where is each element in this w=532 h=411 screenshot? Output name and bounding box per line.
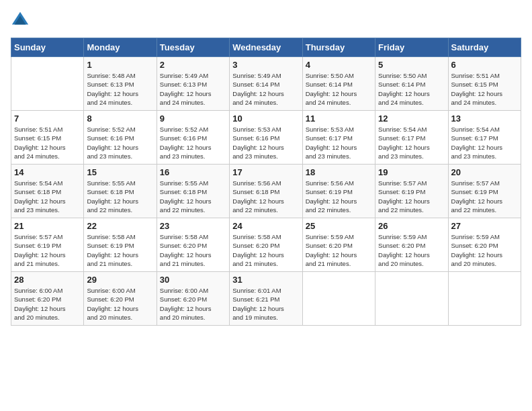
cell-info: Sunrise: 5:49 AM Sunset: 6:14 PM Dayligh…	[232, 71, 299, 107]
day-number: 4	[306, 60, 372, 70]
page-header	[11, 11, 521, 30]
calendar-cell: 29Sunrise: 6:00 AM Sunset: 6:20 PM Dayli…	[84, 272, 157, 326]
cell-info: Sunrise: 6:01 AM Sunset: 6:21 PM Dayligh…	[232, 286, 299, 322]
calendar-week-row: 14Sunrise: 5:54 AM Sunset: 6:18 PM Dayli…	[11, 165, 521, 218]
calendar-cell: 21Sunrise: 5:57 AM Sunset: 6:19 PM Dayli…	[11, 218, 84, 272]
day-number: 12	[378, 113, 445, 124]
calendar-cell: 19Sunrise: 5:57 AM Sunset: 6:19 PM Dayli…	[375, 165, 448, 218]
day-number: 14	[14, 167, 81, 177]
calendar-cell: 2Sunrise: 5:49 AM Sunset: 6:13 PM Daylig…	[157, 57, 229, 111]
calendar-week-row: 1Sunrise: 5:48 AM Sunset: 6:13 PM Daylig…	[11, 57, 521, 111]
cell-info: Sunrise: 6:00 AM Sunset: 6:20 PM Dayligh…	[160, 286, 226, 322]
cell-info: Sunrise: 5:58 AM Sunset: 6:19 PM Dayligh…	[87, 232, 153, 268]
calendar-cell: 18Sunrise: 5:56 AM Sunset: 6:19 PM Dayli…	[302, 165, 375, 218]
calendar-cell: 28Sunrise: 6:00 AM Sunset: 6:20 PM Dayli…	[11, 272, 84, 326]
cell-info: Sunrise: 5:53 AM Sunset: 6:16 PM Dayligh…	[232, 125, 299, 161]
calendar-cell: 25Sunrise: 5:59 AM Sunset: 6:20 PM Dayli…	[302, 218, 375, 272]
day-number: 28	[14, 275, 81, 285]
day-number: 16	[160, 167, 226, 177]
day-number: 29	[87, 275, 153, 285]
calendar-cell: 24Sunrise: 5:58 AM Sunset: 6:20 PM Dayli…	[230, 218, 302, 272]
calendar-cell: 8Sunrise: 5:52 AM Sunset: 6:16 PM Daylig…	[84, 111, 157, 165]
calendar-week-row: 28Sunrise: 6:00 AM Sunset: 6:20 PM Dayli…	[11, 272, 521, 326]
calendar-cell	[448, 272, 521, 326]
day-number: 18	[306, 167, 372, 177]
calendar-cell: 14Sunrise: 5:54 AM Sunset: 6:18 PM Dayli…	[11, 165, 84, 218]
cell-info: Sunrise: 5:52 AM Sunset: 6:16 PM Dayligh…	[160, 125, 226, 161]
calendar-cell: 31Sunrise: 6:01 AM Sunset: 6:21 PM Dayli…	[230, 272, 302, 326]
cell-info: Sunrise: 5:54 AM Sunset: 6:17 PM Dayligh…	[378, 125, 445, 161]
day-number: 21	[14, 221, 81, 231]
cell-info: Sunrise: 5:51 AM Sunset: 6:15 PM Dayligh…	[451, 71, 518, 107]
day-number: 11	[306, 113, 372, 124]
calendar-cell	[302, 272, 375, 326]
calendar-cell: 12Sunrise: 5:54 AM Sunset: 6:17 PM Dayli…	[375, 111, 448, 165]
cell-info: Sunrise: 5:56 AM Sunset: 6:19 PM Dayligh…	[306, 179, 372, 214]
calendar-cell	[11, 57, 84, 111]
calendar-cell: 3Sunrise: 5:49 AM Sunset: 6:14 PM Daylig…	[230, 57, 302, 111]
day-number: 10	[232, 113, 299, 124]
cell-info: Sunrise: 5:57 AM Sunset: 6:19 PM Dayligh…	[451, 179, 518, 214]
day-number: 5	[378, 60, 445, 70]
calendar-cell	[375, 272, 448, 326]
calendar-cell: 11Sunrise: 5:53 AM Sunset: 6:17 PM Dayli…	[302, 111, 375, 165]
calendar-cell: 17Sunrise: 5:56 AM Sunset: 6:18 PM Dayli…	[230, 165, 302, 218]
header-day: Wednesday	[230, 38, 302, 57]
cell-info: Sunrise: 5:53 AM Sunset: 6:17 PM Dayligh…	[306, 125, 372, 161]
calendar-cell: 6Sunrise: 5:51 AM Sunset: 6:15 PM Daylig…	[448, 57, 521, 111]
day-number: 27	[451, 221, 518, 231]
cell-info: Sunrise: 5:55 AM Sunset: 6:18 PM Dayligh…	[87, 179, 153, 214]
cell-info: Sunrise: 5:48 AM Sunset: 6:13 PM Dayligh…	[87, 71, 153, 107]
day-number: 15	[87, 167, 153, 177]
calendar-week-row: 7Sunrise: 5:51 AM Sunset: 6:15 PM Daylig…	[11, 111, 521, 165]
calendar-cell: 16Sunrise: 5:55 AM Sunset: 6:18 PM Dayli…	[157, 165, 229, 218]
day-number: 19	[378, 167, 445, 177]
day-number: 8	[87, 113, 153, 124]
day-number: 30	[160, 275, 226, 285]
day-number: 7	[14, 113, 81, 124]
cell-info: Sunrise: 5:59 AM Sunset: 6:20 PM Dayligh…	[378, 232, 445, 268]
day-number: 22	[87, 221, 153, 231]
calendar-cell: 20Sunrise: 5:57 AM Sunset: 6:19 PM Dayli…	[448, 165, 521, 218]
cell-info: Sunrise: 5:55 AM Sunset: 6:18 PM Dayligh…	[160, 179, 226, 214]
day-number: 17	[232, 167, 299, 177]
cell-info: Sunrise: 5:51 AM Sunset: 6:15 PM Dayligh…	[14, 125, 81, 161]
day-number: 20	[451, 167, 518, 177]
calendar-cell: 7Sunrise: 5:51 AM Sunset: 6:15 PM Daylig…	[11, 111, 84, 165]
calendar-cell: 22Sunrise: 5:58 AM Sunset: 6:19 PM Dayli…	[84, 218, 157, 272]
day-number: 24	[232, 221, 299, 231]
cell-info: Sunrise: 5:52 AM Sunset: 6:16 PM Dayligh…	[87, 125, 153, 161]
day-number: 26	[378, 221, 445, 231]
cell-info: Sunrise: 5:54 AM Sunset: 6:17 PM Dayligh…	[451, 125, 518, 161]
calendar-cell: 1Sunrise: 5:48 AM Sunset: 6:13 PM Daylig…	[84, 57, 157, 111]
calendar-cell: 15Sunrise: 5:55 AM Sunset: 6:18 PM Dayli…	[84, 165, 157, 218]
cell-info: Sunrise: 6:00 AM Sunset: 6:20 PM Dayligh…	[14, 286, 81, 322]
calendar-cell: 27Sunrise: 5:59 AM Sunset: 6:20 PM Dayli…	[448, 218, 521, 272]
header-day: Tuesday	[157, 38, 229, 57]
cell-info: Sunrise: 5:49 AM Sunset: 6:13 PM Dayligh…	[160, 71, 226, 107]
logo-icon	[11, 11, 30, 30]
calendar-cell: 13Sunrise: 5:54 AM Sunset: 6:17 PM Dayli…	[448, 111, 521, 165]
calendar-header: SundayMondayTuesdayWednesdayThursdayFrid…	[11, 38, 521, 57]
calendar-cell: 23Sunrise: 5:58 AM Sunset: 6:20 PM Dayli…	[157, 218, 229, 272]
calendar-cell: 9Sunrise: 5:52 AM Sunset: 6:16 PM Daylig…	[157, 111, 229, 165]
calendar-cell: 30Sunrise: 6:00 AM Sunset: 6:20 PM Dayli…	[157, 272, 229, 326]
calendar-cell: 26Sunrise: 5:59 AM Sunset: 6:20 PM Dayli…	[375, 218, 448, 272]
logo	[11, 11, 32, 30]
cell-info: Sunrise: 5:58 AM Sunset: 6:20 PM Dayligh…	[160, 232, 226, 268]
header-day: Thursday	[302, 38, 375, 57]
day-number: 9	[160, 113, 226, 124]
cell-info: Sunrise: 5:59 AM Sunset: 6:20 PM Dayligh…	[306, 232, 372, 268]
cell-info: Sunrise: 5:57 AM Sunset: 6:19 PM Dayligh…	[14, 232, 81, 268]
calendar-table: SundayMondayTuesdayWednesdayThursdayFrid…	[11, 38, 521, 326]
cell-info: Sunrise: 5:57 AM Sunset: 6:19 PM Dayligh…	[378, 179, 445, 214]
calendar-cell: 10Sunrise: 5:53 AM Sunset: 6:16 PM Dayli…	[230, 111, 302, 165]
day-number: 23	[160, 221, 226, 231]
cell-info: Sunrise: 5:58 AM Sunset: 6:20 PM Dayligh…	[232, 232, 299, 268]
cell-info: Sunrise: 5:50 AM Sunset: 6:14 PM Dayligh…	[306, 71, 372, 107]
cell-info: Sunrise: 5:59 AM Sunset: 6:20 PM Dayligh…	[451, 232, 518, 268]
cell-info: Sunrise: 5:50 AM Sunset: 6:14 PM Dayligh…	[378, 71, 445, 107]
cell-info: Sunrise: 6:00 AM Sunset: 6:20 PM Dayligh…	[87, 286, 153, 322]
day-number: 2	[160, 60, 226, 70]
header-day: Monday	[84, 38, 157, 57]
